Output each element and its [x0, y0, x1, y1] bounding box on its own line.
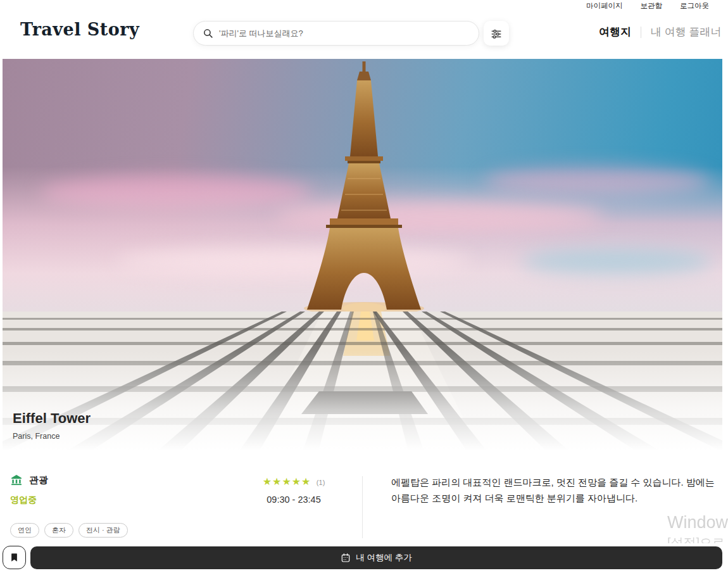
place-description: 에펠탑은 파리의 대표적인 랜드마크로, 멋진 전망을 즐길 수 있습니다. 밤…: [391, 475, 717, 507]
mypage-link[interactable]: 마이페이지: [586, 1, 623, 11]
logout-link[interactable]: 로그아웃: [680, 1, 709, 11]
search-icon: [203, 28, 213, 39]
nav-divider: [641, 27, 641, 38]
search-bar[interactable]: [193, 21, 479, 46]
bottom-action-bar: 내 여행에 추가: [0, 543, 728, 573]
nav-destinations[interactable]: 여행지: [599, 25, 631, 39]
bookmark-button[interactable]: [3, 546, 26, 569]
hero-image: Eiffel Tower Paris, France: [3, 59, 722, 459]
rating-block: ★★★★★ (1) 09:30 - 23:45: [251, 476, 337, 505]
star-rating: ★★★★★: [263, 476, 311, 487]
eiffel-tower: [294, 61, 434, 312]
topbar: 마이페이지 보관함 로그아웃: [586, 1, 709, 11]
star-icon: ★: [263, 476, 272, 487]
nav-planner[interactable]: 내 여행 플래너: [651, 25, 721, 39]
add-to-trip-label: 내 여행에 추가: [356, 552, 412, 564]
star-icon: ★: [282, 476, 291, 487]
hero-bottom-fade: [3, 350, 722, 459]
museum-icon: [10, 474, 23, 486]
tag-pill[interactable]: 연인: [10, 523, 39, 538]
bookmark-icon: [9, 553, 19, 562]
review-count: (1): [317, 479, 325, 486]
page: 마이페이지 보관함 로그아웃 Travel Story 여행지 내 여행 플래너: [0, 0, 728, 573]
tag-pill[interactable]: 혼자: [44, 523, 73, 538]
site-logo[interactable]: Travel Story: [20, 20, 139, 39]
star-icon: ★: [272, 476, 282, 487]
category-label: 관광: [29, 474, 48, 486]
watermark-line1: Window: [667, 513, 728, 532]
star-icon: ★: [301, 476, 311, 487]
saved-link[interactable]: 보관함: [641, 1, 663, 11]
info-divider: [362, 476, 363, 538]
star-icon: ★: [292, 476, 301, 487]
tag-pill[interactable]: 전시 · 관람: [78, 523, 128, 538]
category-row: 관광: [10, 474, 48, 486]
opening-hours: 09:30 - 23:45: [251, 494, 337, 505]
calendar-icon: [341, 553, 351, 563]
search-input[interactable]: [219, 28, 470, 38]
sliders-icon: [491, 28, 502, 39]
tag-list: 연인 혼자 전시 · 관람: [10, 523, 128, 538]
search-filter-button[interactable]: [484, 21, 509, 46]
add-to-trip-button[interactable]: 내 여행에 추가: [30, 546, 722, 569]
main-nav: 여행지 내 여행 플래너: [599, 25, 721, 39]
open-status: 영업중: [10, 494, 37, 506]
place-location: Paris, France: [13, 432, 60, 441]
place-title: Eiffel Tower: [13, 410, 91, 427]
